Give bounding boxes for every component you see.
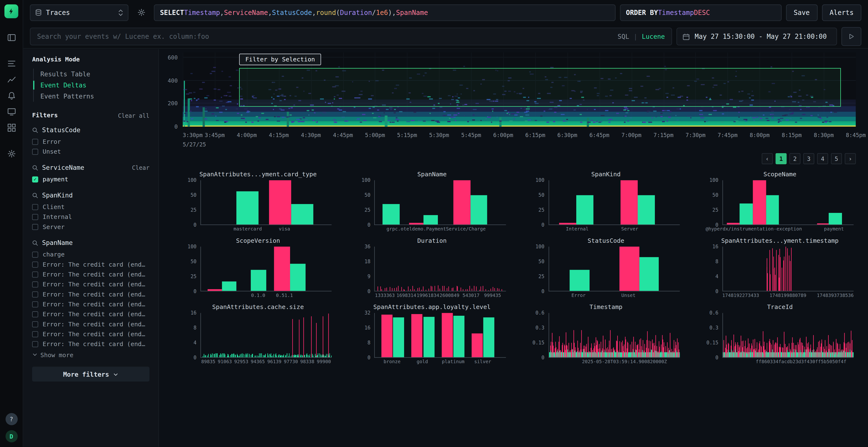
checkbox[interactable]: [32, 281, 38, 287]
filter-option[interactable]: Error: The credit card (end…: [32, 339, 150, 349]
pagination-prev[interactable]: ‹: [762, 153, 773, 164]
pagination-next[interactable]: ›: [845, 153, 856, 164]
checkbox[interactable]: [32, 138, 38, 144]
filter-option[interactable]: Error: The credit card (end…: [32, 299, 150, 309]
top-header: Traces SELECT Timestamp,ServiceName,Stat…: [23, 0, 868, 49]
save-button[interactable]: Save: [786, 4, 817, 21]
x-tick-label: 89835: [201, 359, 215, 365]
filter-option[interactable]: Client: [32, 202, 150, 212]
query-token: ,: [220, 9, 224, 16]
spike: [776, 353, 776, 357]
mini-chart-plot[interactable]: [722, 180, 854, 225]
checkbox[interactable]: [32, 204, 38, 210]
spike: [830, 353, 831, 357]
checkbox[interactable]: [32, 331, 38, 337]
filter-option[interactable]: charge: [32, 249, 150, 259]
analysis-mode-item[interactable]: Results Table: [34, 69, 150, 80]
sessions-monitor-icon[interactable]: [4, 105, 19, 119]
filter-option[interactable]: Server: [32, 222, 150, 232]
alerts-bell-icon[interactable]: [4, 89, 19, 103]
settings-gear-icon[interactable]: [4, 146, 19, 161]
filter-option[interactable]: Error: The credit card (end…: [32, 289, 150, 299]
analysis-mode-item[interactable]: Event Deltas: [34, 80, 150, 91]
order-by-input[interactable]: ORDER BY Timestamp DESC: [620, 4, 781, 21]
clear-all-button[interactable]: Clear all: [118, 112, 150, 119]
charts-grid: SpanAttributes...yment.card_type02550100…: [183, 171, 855, 365]
spike: [483, 286, 483, 291]
checkbox[interactable]: [32, 261, 38, 267]
spike: [798, 353, 798, 357]
pagination-page[interactable]: 2: [789, 153, 801, 164]
spike: [841, 350, 841, 357]
show-more-button[interactable]: Show more: [32, 352, 150, 359]
source-settings-gear-icon[interactable]: [133, 4, 150, 21]
filter-group-name: StatusCode: [42, 126, 149, 134]
filter-option[interactable]: Error: The credit card (end…: [32, 309, 150, 319]
filter-option[interactable]: Error: [32, 137, 150, 146]
sql-select-input[interactable]: SELECT Timestamp,ServiceName,StatusCode,…: [154, 4, 615, 21]
heatmap-cell: [204, 118, 207, 119]
filter-option[interactable]: Internal: [32, 212, 150, 221]
mini-chart-plot[interactable]: [374, 180, 506, 225]
search-panel-icon[interactable]: [4, 30, 19, 45]
checkbox[interactable]: [32, 341, 38, 347]
spike: [206, 355, 206, 357]
spike: [805, 349, 806, 357]
checkbox[interactable]: [32, 271, 38, 277]
search-input[interactable]: Search your events w/ Lucene ex. column:…: [30, 28, 672, 45]
mini-chart-plot[interactable]: [548, 247, 680, 291]
run-query-button[interactable]: [841, 27, 862, 46]
source-select[interactable]: Traces: [30, 4, 128, 21]
filter-option[interactable]: Error: The credit card (end…: [32, 269, 150, 279]
pagination-page[interactable]: 5: [831, 153, 842, 164]
filter-by-selection-button[interactable]: Filter by Selection: [239, 54, 321, 65]
timeline-plot[interactable]: Filter by Selection: [183, 53, 856, 127]
checkbox[interactable]: [32, 301, 38, 307]
analysis-mode-item[interactable]: Event Patterns: [34, 91, 150, 102]
mini-chart-plot[interactable]: [548, 180, 680, 225]
mini-chart-plot[interactable]: [374, 247, 506, 291]
pagination-page[interactable]: 1: [776, 153, 787, 164]
heatmap-cell: [643, 122, 646, 123]
filter-option[interactable]: ✓payment: [32, 174, 150, 184]
mini-chart-plot[interactable]: [374, 313, 506, 358]
filter-option[interactable]: Error: The credit card (end…: [32, 329, 150, 339]
filter-option[interactable]: Error: The credit card (end…: [32, 319, 150, 329]
logs-icon[interactable]: [4, 56, 19, 71]
help-button[interactable]: ?: [5, 413, 18, 425]
selection-region[interactable]: [239, 68, 841, 107]
filter-option[interactable]: Error: The credit card (end…: [32, 260, 150, 269]
spike: [727, 349, 727, 357]
mini-chart-plot[interactable]: [200, 247, 332, 291]
mode-sql-button[interactable]: SQL: [618, 33, 629, 40]
checkbox[interactable]: [32, 311, 38, 317]
checkbox[interactable]: ✓: [32, 176, 38, 182]
mini-chart-plot[interactable]: [200, 180, 332, 225]
user-avatar[interactable]: D: [5, 430, 18, 442]
filter-option[interactable]: Unset: [32, 146, 150, 156]
filter-option[interactable]: Error: The credit card (end…: [32, 279, 150, 289]
checkbox[interactable]: [32, 321, 38, 327]
filter-clear-button[interactable]: Clear: [132, 164, 150, 171]
checkbox[interactable]: [32, 148, 38, 154]
spike: [289, 355, 289, 357]
checkbox[interactable]: [32, 224, 38, 230]
spike: [737, 354, 737, 357]
checkbox[interactable]: [32, 291, 38, 297]
services-grid-icon[interactable]: [4, 121, 19, 135]
alerts-button[interactable]: Alerts: [822, 4, 862, 21]
checkbox[interactable]: [32, 251, 38, 257]
chart-icon[interactable]: [4, 72, 19, 87]
checkbox[interactable]: [32, 214, 38, 220]
app-logo[interactable]: [4, 4, 18, 18]
heatmap-cell: [458, 113, 460, 114]
pagination-page[interactable]: 4: [817, 153, 828, 164]
pagination-page[interactable]: 3: [803, 153, 814, 164]
mini-chart-plot[interactable]: [722, 313, 854, 358]
more-filters-button[interactable]: More filters: [32, 367, 150, 381]
mini-chart-plot[interactable]: [722, 247, 854, 291]
time-range-picker[interactable]: May 27 15:30:00 - May 27 21:00:00: [677, 28, 837, 45]
mini-chart-plot[interactable]: [548, 313, 680, 358]
mini-chart-plot[interactable]: [200, 313, 332, 358]
mode-lucene-button[interactable]: Lucene: [642, 33, 665, 40]
